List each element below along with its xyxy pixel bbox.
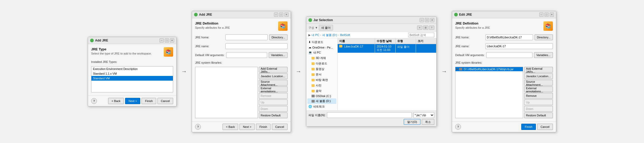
dialog2-restore-btn[interactable]: Restore Default	[259, 112, 288, 118]
sidebar-desktop[interactable]: 바탕 화면	[307, 77, 336, 83]
dialog3-new-folder-btn[interactable]: 새 폴더	[319, 25, 333, 31]
dialog4-maximize-btn[interactable]: □	[545, 13, 549, 17]
dialog4-minimize-btn[interactable]: ─	[539, 13, 543, 17]
dialog2-jre-name-input[interactable]	[225, 43, 288, 49]
dialog2-help-btn[interactable]: ?	[195, 124, 201, 130]
dialog3-icon	[308, 18, 312, 22]
sidebar-video-label: 동영상	[316, 67, 324, 71]
dialog3-title-text: Jar Selection	[313, 18, 333, 22]
dialog2-next-btn[interactable]: Next >	[239, 124, 255, 130]
dialog2-add-ext-jars-btn[interactable]: Add External JARs...	[259, 67, 288, 73]
dialog3-view-list-btn[interactable]: ≡	[417, 26, 422, 30]
dialog4-titlebar: Edit JRE ─ □ ✕	[452, 11, 556, 18]
dialog2-variables-btn[interactable]: Variables...	[269, 52, 288, 58]
dialog4-header-text: JRE Definition Specify attributes for a …	[455, 21, 490, 29]
dialog3-title: Jar Selection	[308, 18, 333, 22]
jre-type-execution-env[interactable]: Execution Environment Description	[91, 67, 173, 71]
dialog3-help-icon[interactable]: ?	[429, 26, 434, 30]
dialog2-close-btn[interactable]: ✕	[284, 13, 289, 17]
dialog1-finish-btn[interactable]: Finish	[142, 98, 156, 104]
dialog3-path-drive[interactable]: 새 볼륨 (D:)	[322, 33, 337, 37]
dialog2-libraries-list[interactable]	[195, 67, 258, 118]
folder-icon7	[312, 90, 315, 92]
dialog2-jre-home-input[interactable]	[225, 34, 268, 40]
dialog4-remove-btn[interactable]: Remove	[524, 93, 553, 99]
dialog3-open-btn[interactable]: 열기(O)	[404, 119, 420, 125]
file-row-libericajdk[interactable]: LiberJcaDK-17 2024-01-10 오전 11:03 파일 폴더	[338, 44, 436, 53]
dialog3-maximize-btn[interactable]: □	[425, 18, 429, 22]
dialog2-ext-ann-btn[interactable]: External annotations...	[259, 86, 288, 92]
sidebar-network[interactable]: 🌐 네트워크	[307, 104, 336, 109]
dialog4-vm-args-label: Default VM arguments:	[455, 53, 485, 57]
dialog4-down-btn[interactable]: Down	[524, 106, 553, 112]
dialog4-restore-btn[interactable]: Restore Default	[524, 112, 553, 118]
dialog4-add-ext-jars-btn[interactable]: Add External JARs...	[524, 67, 553, 73]
dialog2-section-title: JRE Definition	[195, 21, 230, 25]
dialog3-path-bellsoft[interactable]: BellSoft	[340, 33, 350, 37]
dialog2-source-btn[interactable]: Source Attachment...	[259, 80, 288, 86]
dialog3-view-grid-btn[interactable]: ⊞	[423, 26, 428, 30]
dialog2-back-btn[interactable]: < Back	[223, 124, 238, 130]
dialog3-filetype-select[interactable]: *.jar,*.zip	[413, 112, 434, 118]
sidebar-downloads-sub[interactable]: 다운로드	[307, 61, 336, 66]
tree-expand-icon[interactable]: ▶	[456, 68, 458, 70]
dialog1-maximize-btn[interactable]: □	[165, 38, 169, 43]
sidebar-music[interactable]: 음악	[307, 88, 336, 94]
dialog2-minimize-btn[interactable]: ─	[274, 13, 278, 17]
dialog4-title: Edit JRE	[454, 13, 472, 16]
sidebar-cdrive[interactable]: OSDisk (C:)	[307, 94, 336, 98]
sidebar-3d[interactable]: 3D 개체	[307, 55, 336, 61]
dialog4-directory-btn[interactable]: Directory...	[535, 34, 553, 40]
arrow2: →	[296, 68, 301, 75]
dialog1-back-btn[interactable]: < Back	[108, 98, 124, 104]
sidebar-docs[interactable]: 문서	[307, 72, 336, 77]
dialog4-vm-args-input[interactable]	[486, 52, 532, 58]
dialog2-remove-btn[interactable]: Remove	[259, 93, 288, 99]
dialog4-close-btn[interactable]: ✕	[550, 13, 554, 17]
dialog1-minimize-btn[interactable]: ─	[160, 38, 164, 43]
dialog3-file-list[interactable]: LiberJcaDK-17 2024-01-10 오전 11:03 파일 폴더	[338, 44, 436, 110]
dialog1-help-btn[interactable]: ?	[91, 98, 97, 104]
dialog3-search-input[interactable]	[408, 33, 434, 37]
dialog2-down-btn[interactable]: Down	[259, 106, 288, 112]
sidebar-download-label: 다운로드	[312, 40, 323, 44]
sidebar-onedrive[interactable]: ☁ OneDrive - Pe...	[307, 45, 336, 50]
sidebar-photos[interactable]: 사진	[307, 83, 336, 88]
dialog2-finish-btn[interactable]: Finish	[256, 124, 270, 130]
dialog4-variables-btn[interactable]: Variables...	[534, 52, 553, 58]
dialog3-path-pc[interactable]: 내 PC	[312, 33, 319, 37]
dialog1-cancel-btn[interactable]: Cancel	[157, 98, 173, 104]
dialog4-icon	[454, 13, 458, 16]
sidebar-video[interactable]: 동영상	[307, 66, 336, 72]
dialog4-javadoc-btn[interactable]: Javadoc Location...	[524, 73, 553, 79]
dialog2-maximize-btn[interactable]: □	[279, 13, 283, 17]
dialog4-libraries-list[interactable]: ▶ D:\ #BellSoft\LiberJcaDK-17\lib\jrt-fs…	[455, 67, 523, 118]
dialog2-vm-args-input[interactable]	[226, 52, 267, 58]
dialog4-finish-btn[interactable]: Finish	[521, 124, 536, 130]
sidebar-mypc[interactable]: 💻 내 PC	[307, 50, 336, 55]
sidebar-download[interactable]: ⬇ 다운로드	[307, 39, 336, 45]
dialog1-close-btn[interactable]: ✕	[170, 38, 174, 43]
dialog4-source-btn[interactable]: Source Attachment...	[524, 80, 553, 86]
dialog3-minimize-btn[interactable]: ─	[420, 18, 424, 22]
dialog4-up-btn[interactable]: Up	[524, 99, 553, 105]
sidebar-ddrive[interactable]: 새 볼륨 (D:)	[307, 98, 336, 104]
dialog3-filename-input[interactable]	[327, 112, 412, 118]
dialog1-next-btn[interactable]: Next >	[125, 98, 140, 104]
dialog3-cancel-btn[interactable]: 취소	[422, 119, 434, 125]
dialog4-cancel-btn[interactable]: Cancel	[537, 124, 553, 130]
dialog2-cancel-btn[interactable]: Cancel	[272, 124, 288, 130]
jre-type-standard-vm[interactable]: Standard VM	[91, 76, 173, 81]
jre-type-standard-11[interactable]: Standard 1.1.x VM	[91, 71, 173, 76]
dialog4-lib-entry[interactable]: ▶ D:\ #BellSoft\LiberJcaDK-17\lib\jrt-fs…	[455, 67, 523, 71]
dialog4-ext-ann-btn[interactable]: External annotations...	[524, 86, 553, 92]
dialog4-help-btn[interactable]: ?	[455, 124, 461, 130]
dialog3-close-btn[interactable]: ✕	[430, 18, 434, 22]
dialog2-up-btn[interactable]: Up	[259, 99, 288, 105]
cloud-icon: ☁	[308, 46, 311, 49]
dialog2-directory-btn[interactable]: Directory...	[269, 34, 288, 40]
dialog2-javadoc-btn[interactable]: Javadoc Location...	[259, 73, 288, 79]
dialog4-jre-name-input[interactable]	[485, 43, 553, 49]
dialog1-jre-type-list[interactable]: Execution Environment Description Standa…	[91, 66, 173, 92]
dialog4-jre-home-input[interactable]	[485, 34, 533, 40]
